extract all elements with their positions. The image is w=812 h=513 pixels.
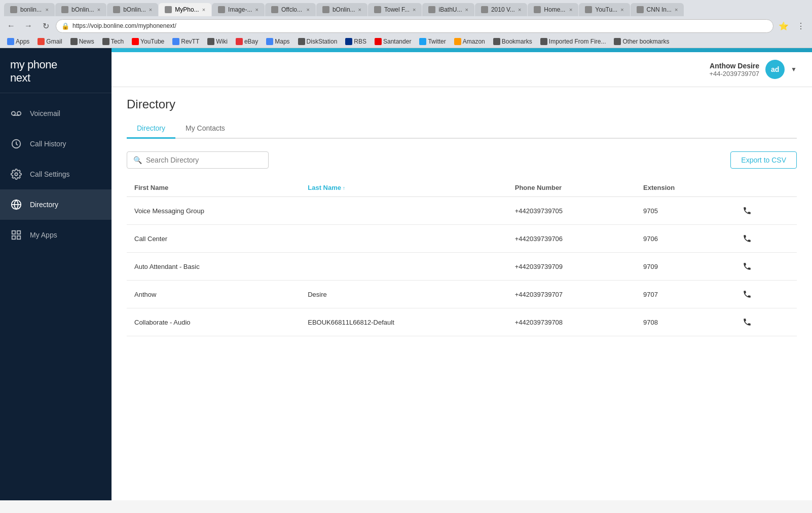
browser-tab[interactable]: bOnlin...× (107, 3, 158, 16)
bookmark-icon (102, 38, 109, 45)
browser-tab[interactable]: CNN In...× (631, 3, 684, 16)
menu-button[interactable]: ⋮ (794, 19, 808, 33)
browser-tab[interactable]: 2010 V...× (475, 3, 527, 16)
table-column-header[interactable]: Last Name↑ (300, 179, 507, 197)
sidebar-item-label: Call History (30, 140, 66, 148)
tab-close-button[interactable]: × (306, 7, 309, 13)
browser-tab[interactable]: Towel F...× (368, 3, 422, 16)
bookmark-item[interactable]: Amazon (451, 37, 488, 46)
tab-favicon (534, 6, 541, 13)
sidebar-item-voicemail[interactable]: Voicemail (0, 98, 112, 129)
tab-label: Towel F... (384, 6, 410, 13)
sidebar: my phone next VoicemailCall HistoryCall … (0, 48, 112, 500)
back-button[interactable]: ← (4, 19, 18, 33)
sort-arrow-icon: ↑ (343, 185, 345, 191)
bookmark-icon (493, 38, 500, 45)
search-input[interactable] (146, 156, 262, 164)
bookmark-item[interactable]: Bookmarks (490, 37, 535, 46)
bookmark-item[interactable]: Gmail (34, 37, 65, 46)
tab-close-button[interactable]: × (518, 7, 521, 13)
bookmark-item[interactable]: Wiki (204, 37, 231, 46)
export-csv-button[interactable]: Export to CSV (730, 151, 797, 169)
tab-favicon (637, 6, 644, 13)
call-button[interactable] (739, 260, 756, 273)
browser-tab[interactable]: Home...× (528, 3, 578, 16)
tab-close-button[interactable]: × (202, 7, 205, 13)
tabs-row: bonlin...×bOnlin...×bOnlin...×MyPho...×I… (4, 3, 684, 16)
sidebar-item-call-history[interactable]: Call History (0, 129, 112, 159)
bookmark-item[interactable]: Santander (372, 37, 414, 46)
browser-tab[interactable]: Image-...× (212, 3, 265, 16)
browser-tab[interactable]: bOnlin...× (316, 3, 367, 16)
call-button[interactable] (739, 204, 756, 217)
browser-tab[interactable]: MyPho...× (159, 3, 211, 16)
browser-tab[interactable]: Offclo...× (265, 3, 316, 16)
tab-label: Offclo... (281, 6, 302, 13)
browser-tab[interactable]: YouTu...× (579, 3, 630, 16)
tab-close-button[interactable]: × (465, 7, 468, 13)
cell-extension: 9705 (636, 197, 731, 225)
bookmark-item[interactable]: Twitter (416, 37, 449, 46)
tab-favicon (428, 6, 435, 13)
search-box[interactable]: 🔍 (127, 151, 269, 169)
bookmark-label: Tech (111, 38, 124, 45)
bookmark-item[interactable]: RevTT (169, 37, 202, 46)
sidebar-item-label: Voicemail (30, 109, 60, 117)
cell-first-name: Anthow (127, 281, 300, 308)
bookmark-item[interactable]: RBS (342, 37, 370, 46)
sidebar-logo: my phone next (0, 48, 112, 93)
tab-close-button[interactable]: × (149, 7, 152, 13)
tab-close-button[interactable]: × (413, 7, 416, 13)
sidebar-item-my-apps[interactable]: My Apps (0, 220, 112, 250)
browser-tab[interactable]: bonlin...× (4, 3, 55, 16)
tab-close-button[interactable]: × (358, 7, 361, 13)
call-button[interactable] (739, 232, 756, 245)
bookmark-label: Twitter (428, 38, 446, 45)
user-name: Anthow Desire (709, 62, 759, 70)
tab-close-button[interactable]: × (569, 7, 572, 13)
logo-text: my phone next (10, 58, 101, 85)
content-area: Directory DirectoryMy Contacts 🔍 Export … (112, 87, 812, 500)
bookmark-item[interactable]: Other bookmarks (611, 37, 672, 46)
bookmark-item[interactable]: DiskStation (295, 37, 341, 46)
address-bar[interactable]: 🔒 https://voip.bonline.com/myphonenext/ (56, 19, 773, 33)
logo-line2: next (10, 71, 30, 84)
history-icon (10, 138, 22, 150)
sidebar-item-call-settings[interactable]: Call Settings (0, 159, 112, 189)
bookmarks-bar: AppsGmailNewsTechYouTubeRevTTWikieBayMap… (0, 35, 812, 48)
forward-button[interactable]: → (21, 19, 35, 33)
call-button[interactable] (739, 288, 756, 301)
cell-action (731, 225, 797, 253)
apps-icon (10, 229, 22, 241)
tab-close-button[interactable]: × (255, 7, 258, 13)
sidebar-item-directory[interactable]: Directory (0, 189, 112, 220)
avatar[interactable]: ad (765, 60, 785, 79)
directory-toolbar: 🔍 Export to CSV (127, 151, 797, 169)
tab-directory[interactable]: Directory (127, 119, 175, 139)
tab-close-button[interactable]: × (620, 7, 623, 13)
chevron-down-icon[interactable]: ▼ (791, 66, 797, 73)
tab-close-button[interactable]: × (97, 7, 100, 13)
bookmark-item[interactable]: Apps (4, 37, 32, 46)
bookmark-item[interactable]: YouTube (129, 37, 167, 46)
table-column-header: First Name (127, 179, 300, 197)
tab-my-contacts[interactable]: My Contacts (175, 119, 235, 139)
tab-label: bOnlin... (123, 6, 146, 13)
bookmark-label: Wiki (216, 38, 228, 45)
extensions-button[interactable]: ⭐ (777, 19, 791, 33)
browser-tab[interactable]: bOnlin...× (55, 3, 106, 16)
bookmark-item[interactable]: eBay (233, 37, 261, 46)
tab-close-button[interactable]: × (675, 7, 678, 13)
bookmark-item[interactable]: Imported From Fire... (537, 37, 609, 46)
reload-button[interactable]: ↻ (39, 19, 53, 33)
tab-label: iBathU... (438, 6, 462, 13)
tab-close-button[interactable]: × (46, 7, 49, 13)
bookmark-item[interactable]: News (67, 37, 97, 46)
bookmark-item[interactable]: Maps (263, 37, 292, 46)
bookmark-item[interactable]: Tech (99, 37, 127, 46)
bookmark-label: Amazon (463, 38, 485, 45)
user-phone: +44-2039739707 (709, 70, 759, 77)
svg-point-0 (12, 111, 15, 115)
call-button[interactable] (739, 315, 756, 329)
browser-tab[interactable]: iBathU...× (422, 3, 474, 16)
